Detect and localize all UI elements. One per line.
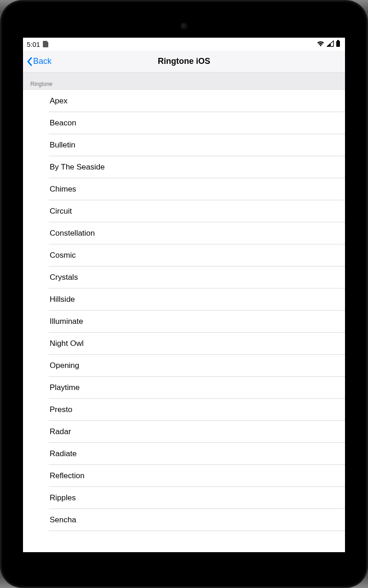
- list-item[interactable]: Illuminate: [49, 311, 345, 333]
- list-item[interactable]: By The Seaside: [49, 156, 345, 178]
- device-frame: 5:01: [0, 0, 368, 588]
- screen: 5:01: [23, 38, 345, 552]
- ringtone-name: Crystals: [50, 273, 78, 282]
- ringtone-name: Ripples: [50, 493, 76, 503]
- status-right: [316, 40, 340, 48]
- ringtone-name: Bulletin: [50, 141, 75, 150]
- ringtone-name: Beacon: [50, 119, 76, 128]
- ringtone-name: Presto: [50, 405, 72, 414]
- ringtone-name: Hillside: [50, 295, 75, 304]
- ringtone-name: Reflection: [50, 471, 85, 481]
- ringtone-name: Radar: [50, 427, 71, 436]
- list-item[interactable]: Night Owl: [49, 333, 345, 355]
- list-item[interactable]: Reflection: [49, 465, 345, 487]
- ringtone-list[interactable]: ApexBeaconBulletinBy The SeasideChimesCi…: [23, 90, 345, 552]
- list-item[interactable]: Bulletin: [49, 134, 345, 156]
- list-item[interactable]: Apex: [49, 90, 345, 112]
- back-label: Back: [33, 57, 52, 66]
- device-bezel: 5:01: [8, 8, 360, 580]
- ringtone-name: Radiate: [50, 449, 77, 458]
- ringtone-name: Circuit: [50, 207, 72, 216]
- ringtone-name: Sencha: [50, 515, 76, 525]
- nav-bar: Back Ringtone iOS: [23, 51, 345, 73]
- list-item[interactable]: Radiate: [49, 443, 345, 465]
- ringtone-name: Night Owl: [50, 339, 84, 348]
- sdcard-icon: [43, 41, 48, 47]
- battery-icon: [336, 40, 340, 48]
- list-item[interactable]: Ripples: [49, 487, 345, 509]
- chevron-left-icon: [27, 57, 32, 66]
- list-item[interactable]: Radar: [49, 421, 345, 443]
- svg-rect-0: [337, 40, 339, 41]
- list-item[interactable]: Circuit: [49, 200, 345, 222]
- camera-dot: [181, 23, 187, 29]
- list-item[interactable]: Opening: [49, 355, 345, 377]
- list-item[interactable]: Beacon: [49, 112, 345, 134]
- list-item[interactable]: Crystals: [49, 266, 345, 288]
- ringtone-name: By The Seaside: [50, 163, 105, 172]
- ringtone-name: Chimes: [50, 185, 76, 194]
- list-item[interactable]: Constellation: [49, 222, 345, 244]
- ringtone-name: Playtime: [50, 383, 80, 392]
- ringtone-name: Constellation: [50, 229, 95, 238]
- page-title: Ringtone iOS: [23, 57, 345, 66]
- section-header-ringtone: Ringtone: [23, 73, 345, 90]
- list-item[interactable]: Cosmic: [49, 244, 345, 266]
- svg-rect-1: [336, 41, 340, 47]
- list-item[interactable]: Presto: [49, 399, 345, 421]
- list-item[interactable]: Hillside: [49, 288, 345, 311]
- ringtone-name: Illuminate: [50, 317, 83, 326]
- back-button[interactable]: Back: [27, 57, 52, 66]
- list-item[interactable]: Playtime: [49, 377, 345, 399]
- ringtone-name: Cosmic: [50, 251, 76, 260]
- list-item[interactable]: Chimes: [49, 178, 345, 200]
- ringtone-name: Opening: [50, 361, 79, 370]
- wifi-icon: [316, 40, 325, 48]
- cell-signal-icon: [327, 40, 334, 48]
- status-time: 5:01: [27, 40, 40, 48]
- status-bar: 5:01: [23, 38, 345, 51]
- ringtone-name: Apex: [50, 96, 68, 106]
- list-item[interactable]: Sencha: [49, 509, 345, 531]
- status-left: 5:01: [27, 40, 48, 48]
